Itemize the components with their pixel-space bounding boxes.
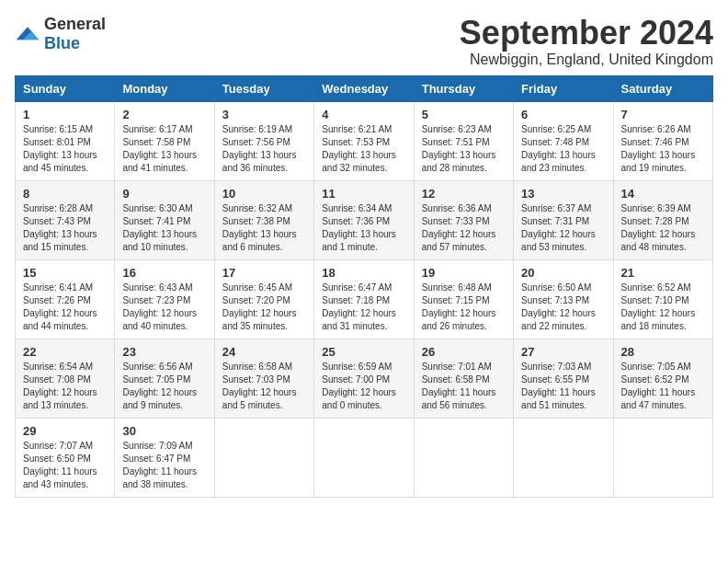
day-number: 23 [122,345,206,359]
table-row: 12 Sunrise: 6:36 AM Sunset: 7:33 PM Dayl… [414,180,513,259]
day-number: 11 [322,187,405,201]
cell-text: Sunrise: 6:15 AM Sunset: 8:01 PM Dayligh… [23,123,107,175]
col-monday: Monday [115,75,214,101]
table-row: 2 Sunrise: 6:17 AM Sunset: 7:58 PM Dayli… [115,101,214,180]
day-number: 2 [122,108,206,121]
table-row: 8 Sunrise: 6:28 AM Sunset: 7:43 PM Dayli… [16,180,115,259]
day-number: 19 [422,266,506,280]
table-row: 10 Sunrise: 6:32 AM Sunset: 7:38 PM Dayl… [214,180,313,259]
day-number: 21 [621,266,705,280]
table-row: 24 Sunrise: 6:58 AM Sunset: 7:03 PM Dayl… [214,339,313,418]
table-row [613,418,712,497]
day-number: 14 [621,187,705,201]
cell-text: Sunrise: 6:52 AM Sunset: 7:10 PM Dayligh… [621,282,705,333]
cell-text: Sunrise: 6:47 AM Sunset: 7:18 PM Dayligh… [322,282,405,333]
day-number: 18 [322,266,405,280]
day-number: 13 [521,187,605,201]
logo-general: General [44,15,106,33]
table-row: 16 Sunrise: 6:43 AM Sunset: 7:23 PM Dayl… [115,259,214,339]
col-saturday: Saturday [613,75,712,101]
cell-text: Sunrise: 7:03 AM Sunset: 6:55 PM Dayligh… [521,361,605,412]
table-row: 17 Sunrise: 6:45 AM Sunset: 7:20 PM Dayl… [214,259,313,339]
month-title: September 2024 [460,15,713,52]
table-row: 7 Sunrise: 6:26 AM Sunset: 7:46 PM Dayli… [613,101,712,180]
cell-text: Sunrise: 6:41 AM Sunset: 7:26 PM Dayligh… [23,282,107,333]
table-row [314,418,414,497]
table-row: 4 Sunrise: 6:21 AM Sunset: 7:53 PM Dayli… [314,101,414,180]
table-row: 3 Sunrise: 6:19 AM Sunset: 7:56 PM Dayli… [214,101,313,180]
table-row [214,418,313,497]
cell-text: Sunrise: 7:01 AM Sunset: 6:58 PM Dayligh… [422,361,506,412]
logo-icon [15,25,40,43]
cell-text: Sunrise: 6:25 AM Sunset: 7:48 PM Dayligh… [521,123,605,175]
table-row: 6 Sunrise: 6:25 AM Sunset: 7:48 PM Dayli… [514,101,613,180]
logo-blue: Blue [44,34,80,52]
day-number: 8 [23,187,107,201]
day-number: 20 [521,266,605,280]
cell-text: Sunrise: 6:21 AM Sunset: 7:53 PM Dayligh… [322,123,405,175]
table-row: 1 Sunrise: 6:15 AM Sunset: 8:01 PM Dayli… [16,101,115,180]
cell-text: Sunrise: 6:54 AM Sunset: 7:08 PM Dayligh… [23,361,107,412]
day-number: 6 [521,108,605,121]
cell-text: Sunrise: 6:34 AM Sunset: 7:36 PM Dayligh… [322,202,405,254]
table-row: 18 Sunrise: 6:47 AM Sunset: 7:18 PM Dayl… [314,259,414,339]
col-wednesday: Wednesday [314,75,414,101]
day-number: 30 [122,424,206,438]
table-row: 20 Sunrise: 6:50 AM Sunset: 7:13 PM Dayl… [514,259,613,339]
day-number: 28 [621,345,705,359]
table-row: 15 Sunrise: 6:41 AM Sunset: 7:26 PM Dayl… [16,259,115,339]
day-number: 9 [122,187,206,201]
cell-text: Sunrise: 6:58 AM Sunset: 7:03 PM Dayligh… [222,361,306,412]
cell-text: Sunrise: 6:23 AM Sunset: 7:51 PM Dayligh… [422,123,506,175]
table-row: 9 Sunrise: 6:30 AM Sunset: 7:41 PM Dayli… [115,180,214,259]
table-row: 5 Sunrise: 6:23 AM Sunset: 7:51 PM Dayli… [414,101,513,180]
day-number: 25 [322,345,405,359]
cell-text: Sunrise: 7:07 AM Sunset: 6:50 PM Dayligh… [23,440,107,491]
day-number: 1 [23,108,107,121]
table-row: 29 Sunrise: 7:07 AM Sunset: 6:50 PM Dayl… [16,418,115,497]
cell-text: Sunrise: 6:30 AM Sunset: 7:41 PM Dayligh… [122,202,206,254]
day-number: 27 [521,345,605,359]
day-number: 29 [23,424,107,438]
cell-text: Sunrise: 6:26 AM Sunset: 7:46 PM Dayligh… [621,123,705,175]
cell-text: Sunrise: 6:28 AM Sunset: 7:43 PM Dayligh… [23,202,107,254]
location-title: Newbiggin, England, United Kingdom [460,52,713,68]
cell-text: Sunrise: 6:43 AM Sunset: 7:23 PM Dayligh… [122,282,206,333]
cell-text: Sunrise: 7:09 AM Sunset: 6:47 PM Dayligh… [122,440,206,491]
cell-text: Sunrise: 6:48 AM Sunset: 7:15 PM Dayligh… [422,282,506,333]
col-sunday: Sunday [16,75,115,101]
logo: General Blue [15,15,106,53]
table-row: 25 Sunrise: 6:59 AM Sunset: 7:00 PM Dayl… [314,339,414,418]
day-number: 4 [322,108,405,121]
day-number: 12 [422,187,506,201]
cell-text: Sunrise: 6:59 AM Sunset: 7:00 PM Dayligh… [322,361,405,412]
cell-text: Sunrise: 6:17 AM Sunset: 7:58 PM Dayligh… [122,123,206,175]
day-number: 10 [222,187,306,201]
table-row: 19 Sunrise: 6:48 AM Sunset: 7:15 PM Dayl… [414,259,513,339]
table-row: 27 Sunrise: 7:03 AM Sunset: 6:55 PM Dayl… [514,339,613,418]
col-friday: Friday [514,75,613,101]
day-number: 26 [422,345,506,359]
day-number: 24 [222,345,306,359]
day-number: 3 [222,108,306,121]
cell-text: Sunrise: 6:50 AM Sunset: 7:13 PM Dayligh… [521,282,605,333]
day-number: 22 [23,345,107,359]
cell-text: Sunrise: 7:05 AM Sunset: 6:52 PM Dayligh… [621,361,705,412]
day-number: 5 [422,108,506,121]
day-number: 17 [222,266,306,280]
col-thursday: Thursday [414,75,513,101]
cell-text: Sunrise: 6:37 AM Sunset: 7:31 PM Dayligh… [521,202,605,254]
cell-text: Sunrise: 6:32 AM Sunset: 7:38 PM Dayligh… [222,202,306,254]
title-area: September 2024 Newbiggin, England, Unite… [460,15,713,68]
table-row [514,418,613,497]
table-row: 26 Sunrise: 7:01 AM Sunset: 6:58 PM Dayl… [414,339,513,418]
day-number: 15 [23,266,107,280]
table-row: 14 Sunrise: 6:39 AM Sunset: 7:28 PM Dayl… [613,180,712,259]
table-row: 23 Sunrise: 6:56 AM Sunset: 7:05 PM Dayl… [115,339,214,418]
cell-text: Sunrise: 6:19 AM Sunset: 7:56 PM Dayligh… [222,123,306,175]
day-number: 16 [122,266,206,280]
logo-text: General Blue [44,15,106,53]
table-row: 30 Sunrise: 7:09 AM Sunset: 6:47 PM Dayl… [115,418,214,497]
table-row: 13 Sunrise: 6:37 AM Sunset: 7:31 PM Dayl… [514,180,613,259]
day-number: 7 [621,108,705,121]
